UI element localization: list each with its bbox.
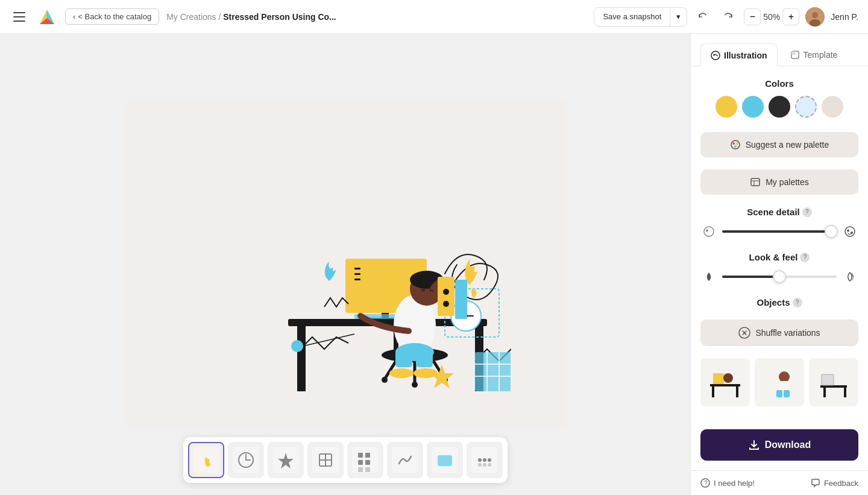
svg-rect-37	[416, 349, 433, 367]
topbar-right: Save a snapshot ▾ − 50% +	[594, 7, 858, 27]
menu-button[interactable]	[10, 7, 29, 27]
shuffle-variations-button[interactable]: Shuffle variations	[700, 320, 858, 346]
svg-point-109	[779, 371, 790, 382]
download-button[interactable]: Download	[700, 429, 858, 461]
breadcrumb: My Creations / Stressed Person Using Co.…	[166, 12, 336, 22]
style-thumb-7[interactable]	[427, 442, 463, 478]
svg-point-81	[488, 458, 491, 462]
save-snapshot-button[interactable]: Save a snapshot	[594, 8, 670, 25]
svg-point-85	[711, 51, 720, 60]
tab-template[interactable]: Template	[780, 43, 848, 66]
tab-illustration-label: Illustration	[724, 51, 767, 60]
svg-point-83	[483, 463, 486, 467]
svg-rect-106	[712, 386, 714, 397]
svg-point-99	[847, 230, 849, 232]
svg-rect-48	[455, 280, 467, 319]
breadcrumb-current: Stressed Person Using Co...	[223, 12, 336, 22]
feedback-label: Feedback	[824, 479, 858, 488]
suggest-palette-button[interactable]: Suggest a new palette	[700, 132, 858, 157]
svg-point-46	[443, 289, 449, 295]
zoom-level: 50%	[763, 12, 780, 22]
user-name: Jenn P.	[831, 12, 858, 22]
style-strip	[183, 437, 508, 483]
objects-section: Objects ?	[700, 297, 858, 307]
suggest-palette-label: Suggest a new palette	[746, 140, 829, 150]
download-label: Download	[765, 440, 811, 450]
back-label: < Back to the catalog	[78, 12, 151, 21]
objects-tooltip[interactable]: ?	[793, 298, 802, 307]
objects-header: Objects ?	[700, 297, 858, 307]
zoom-controls: − 50% +	[744, 8, 799, 25]
color-swatch-beige[interactable]	[822, 96, 843, 118]
color-swatch-blue[interactable]	[742, 96, 764, 118]
my-palettes-button[interactable]: My palettes	[700, 169, 858, 195]
palette-icon	[730, 139, 741, 150]
svg-point-84	[488, 463, 491, 467]
color-swatch-pale-blue[interactable]	[795, 96, 817, 118]
svg-point-32	[421, 288, 425, 292]
svg-rect-77	[438, 455, 452, 466]
variation-thumb-2[interactable]	[755, 358, 804, 406]
zoom-out-button[interactable]: −	[744, 8, 761, 25]
svg-rect-1	[13, 16, 25, 17]
style-thumb-5[interactable]	[347, 442, 383, 478]
panel-footer: ? I need help! Feedback	[691, 470, 868, 495]
svg-rect-107	[736, 386, 738, 397]
scene-detail-thumb[interactable]	[825, 225, 838, 238]
shuffle-label: Shuffle variations	[755, 328, 820, 338]
back-chevron-icon: ‹	[73, 12, 75, 21]
scene-detail-slider[interactable]	[722, 230, 837, 233]
svg-rect-103	[710, 384, 740, 386]
scene-detail-fill	[722, 230, 831, 233]
variation-thumb-1[interactable]	[700, 358, 750, 406]
style-thumb-6[interactable]	[387, 442, 423, 478]
look-feel-tooltip[interactable]: ?	[800, 253, 810, 262]
help-label: I need help!	[714, 479, 755, 488]
my-palettes-label: My palettes	[766, 177, 809, 187]
svg-rect-49	[475, 352, 511, 391]
style-thumb-1[interactable]	[188, 442, 224, 478]
svg-point-105	[723, 373, 733, 383]
scene-detail-header: Scene detail ?	[700, 207, 858, 217]
svg-rect-73	[358, 467, 363, 472]
svg-point-9	[810, 19, 820, 27]
scene-detail-tooltip[interactable]: ?	[802, 207, 812, 217]
svg-rect-72	[365, 460, 370, 465]
topbar: ‹ < Back to the catalog My Creations / S…	[0, 0, 868, 34]
help-link[interactable]: ? I need help!	[700, 478, 755, 488]
tab-illustration[interactable]: Illustration	[700, 43, 778, 66]
svg-point-55	[291, 340, 303, 352]
svg-rect-36	[395, 349, 412, 367]
color-swatch-dark[interactable]	[769, 96, 790, 118]
redo-button[interactable]	[719, 7, 738, 27]
snapshot-dropdown-button[interactable]: ▾	[670, 8, 687, 25]
style-thumb-8[interactable]	[467, 442, 503, 478]
style-thumb-2[interactable]	[228, 442, 264, 478]
svg-point-38	[389, 368, 414, 378]
style-thumb-4[interactable]	[307, 442, 344, 478]
scene-detail-title: Scene detail	[747, 207, 800, 217]
zoom-in-button[interactable]: +	[782, 8, 799, 25]
illustration-icon	[711, 51, 720, 60]
back-to-catalog-button[interactable]: ‹ < Back to the catalog	[65, 8, 159, 25]
color-swatch-yellow[interactable]	[715, 96, 737, 118]
variation-thumb-3[interactable]	[809, 358, 858, 406]
svg-rect-111	[776, 390, 782, 397]
feedback-link[interactable]: Feedback	[811, 478, 858, 488]
svg-point-82	[478, 463, 482, 467]
scene-detail-section: Scene detail ?	[700, 207, 858, 240]
svg-rect-69	[358, 453, 363, 458]
look-feel-thumb[interactable]	[773, 270, 786, 283]
illustration-svg	[180, 138, 511, 391]
undo-button[interactable]	[693, 7, 712, 27]
look-feel-fill	[722, 276, 779, 278]
right-panel: Illustration Template Colors	[690, 34, 868, 495]
svg-rect-88	[791, 51, 796, 55]
colors-section: Colors	[700, 78, 858, 120]
svg-point-96	[704, 227, 714, 236]
help-icon: ?	[700, 478, 710, 488]
scene-detail-slider-row	[700, 223, 858, 240]
svg-rect-116	[823, 386, 826, 397]
style-thumb-3[interactable]	[268, 442, 304, 478]
look-feel-slider[interactable]	[722, 276, 837, 278]
